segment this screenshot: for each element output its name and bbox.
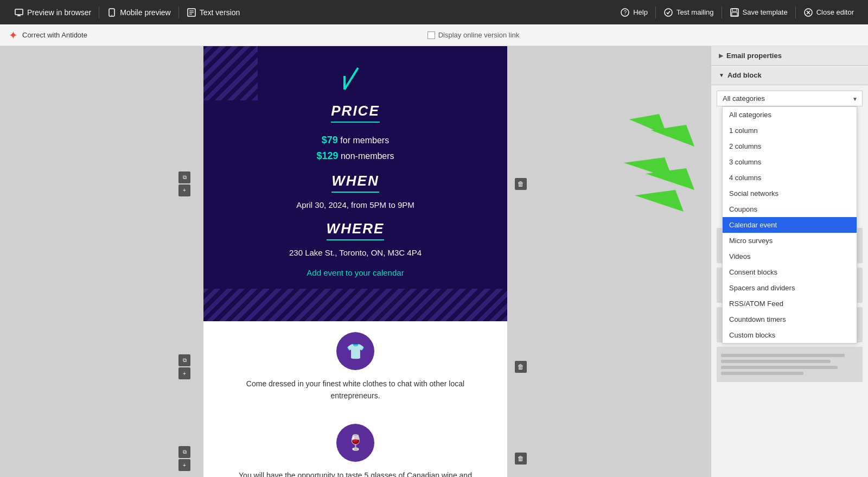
option-coupons[interactable]: Coupons <box>723 201 857 217</box>
save-icon <box>730 8 739 17</box>
preview-browser-button[interactable]: Preview in browser <box>7 0 99 24</box>
online-version-section: Display online version link <box>427 31 520 39</box>
save-template-label: Save template <box>743 8 788 16</box>
option-1-column[interactable]: 1 column <box>723 123 857 138</box>
right-panel: ▶ Email properties ▼ Add block All categ… <box>711 46 868 477</box>
svg-marker-19 <box>651 125 694 147</box>
wine-icon: 🍷 <box>336 424 374 462</box>
text-line-4 <box>721 372 803 375</box>
copy-button[interactable]: ⧉ <box>178 171 190 183</box>
email-properties-label: Email properties <box>726 52 782 60</box>
dropdown-selected-text: All categories <box>723 94 765 103</box>
price-member-line: $79 for members <box>225 135 486 146</box>
svg-marker-18 <box>629 114 667 136</box>
option-3-columns[interactable]: 3 columns <box>723 154 857 170</box>
copy-button-3[interactable]: ⧉ <box>178 446 190 458</box>
add-button[interactable]: + <box>178 185 190 196</box>
tshirt-icon: 👕 <box>336 332 374 370</box>
email-props-arrow-icon: ▶ <box>719 53 723 59</box>
delete-button-2[interactable]: 🗑 <box>515 361 527 373</box>
svg-marker-20 <box>624 157 673 179</box>
antidote-section[interactable]: ✦ Correct with Antidote <box>9 29 87 42</box>
wine-row-controls: ⧉ + <box>178 446 190 471</box>
price-member-amount: $79 <box>322 135 338 145</box>
price-section: PRICE $79 for members $129 non-members W… <box>203 46 507 321</box>
option-videos[interactable]: Videos <box>723 249 857 264</box>
delete-button-3[interactable]: 🗑 <box>515 453 527 465</box>
where-heading: WHERE <box>327 220 385 240</box>
antidote-icon: ✦ <box>9 29 18 42</box>
mobile-preview-button[interactable]: Mobile preview <box>99 0 178 24</box>
price-row-controls: ⧉ + <box>178 171 190 196</box>
when-block: WHEN April 30, 2024, from 5PM to 9PM <box>225 173 486 209</box>
option-micro-surveys[interactable]: Micro surveys <box>723 233 857 249</box>
add-calendar-link[interactable]: Add event to your calendar <box>307 268 404 277</box>
price-nonmember-text: non-members <box>341 151 394 161</box>
main-toolbar: Preview in browser Mobile preview Text v… <box>0 0 868 24</box>
text-line-3 <box>721 366 838 369</box>
toolbar-right: ? Help Test mailing Save template Close … <box>612 7 861 18</box>
arrows-overlay <box>624 103 700 214</box>
wine-section: 🍷 You will have the opportunity to taste… <box>203 413 507 477</box>
display-online-checkbox[interactable] <box>427 31 435 39</box>
close-editor-label: Close editor <box>816 8 854 16</box>
option-4-columns[interactable]: 4 columns <box>723 170 857 186</box>
option-spacers-dividers[interactable]: Spacers and dividers <box>723 280 857 296</box>
main-area: ⧉ + 🗑 PRICE $79 f <box>0 46 868 477</box>
test-mailing-label: Test mailing <box>676 8 714 16</box>
mobile-preview-label: Mobile preview <box>120 8 170 17</box>
text-icon <box>187 8 196 17</box>
email-canvas: ⧉ + 🗑 PRICE $79 f <box>203 46 507 477</box>
svg-rect-0 <box>15 9 23 15</box>
tshirt-row: ⧉ + 🗑 👕 Come dressed in your finest whit… <box>203 321 507 413</box>
where-block: WHERE 230 Lake St., Toronto, ON, M3C 4P4 <box>225 220 486 257</box>
tshirt-section: 👕 Come dressed in your finest white clot… <box>203 321 507 413</box>
text-line-1 <box>721 354 845 357</box>
option-social-networks[interactable]: Social networks <box>723 186 857 201</box>
copy-button-2[interactable]: ⧉ <box>178 354 190 366</box>
price-nonmember-line: $129 non-members <box>225 150 486 162</box>
dropdown-menu: All categories 1 column 2 columns 3 colu… <box>722 106 857 344</box>
test-mailing-button[interactable]: Test mailing <box>656 8 722 17</box>
close-icon <box>803 8 813 17</box>
dropdown-display[interactable]: All categories ▼ <box>717 91 863 106</box>
add-block-section: All categories ▼ All categories 1 column… <box>711 85 868 477</box>
svg-marker-21 <box>646 168 694 190</box>
option-consent-blocks[interactable]: Consent blocks <box>723 264 857 280</box>
save-template-button[interactable]: Save template <box>722 8 795 17</box>
price-member-text: for members <box>340 136 389 145</box>
add-button-3[interactable]: + <box>178 459 190 471</box>
option-countdown-timers[interactable]: Countdown timers <box>723 311 857 327</box>
antidote-label: Correct with Antidote <box>22 31 87 39</box>
text-block-thumb[interactable] <box>717 347 863 382</box>
option-calendar-event[interactable]: Calendar event <box>723 217 857 233</box>
monitor-icon <box>14 8 24 17</box>
svg-rect-14 <box>732 12 737 16</box>
text-version-button[interactable]: Text version <box>179 0 248 24</box>
diagonal-bg-bottom <box>203 289 507 321</box>
add-block-arrow-icon: ▼ <box>719 72 724 78</box>
svg-text:?: ? <box>624 10 627 16</box>
add-block-label: Add block <box>727 71 762 79</box>
option-all-categories[interactable]: All categories <box>723 107 857 123</box>
wine-text: You will have the opportunity to taste 5… <box>231 469 480 477</box>
canvas-wrapper: ⧉ + 🗑 PRICE $79 f <box>0 46 711 477</box>
option-rss-feed[interactable]: RSS/ATOM Feed <box>723 296 857 311</box>
where-address: 230 Lake St., Toronto, ON, M3C 4P4 <box>225 248 486 257</box>
dropdown-wrapper: All categories ▼ All categories 1 column… <box>717 91 863 106</box>
add-button-2[interactable]: + <box>178 367 190 379</box>
subbar: ✦ Correct with Antidote Display online v… <box>0 24 868 46</box>
delete-button[interactable]: 🗑 <box>515 178 527 190</box>
category-dropdown-container: All categories ▼ All categories 1 column… <box>711 85 868 110</box>
tshirt-text: Come dressed in your finest white clothe… <box>231 378 480 402</box>
option-custom-blocks[interactable]: Custom blocks <box>723 327 857 343</box>
wine-row: ⧉ + 🗑 🍷 You will have the opportunity to… <box>203 413 507 477</box>
arrow-icon <box>225 62 486 97</box>
email-properties-header[interactable]: ▶ Email properties <box>711 46 868 66</box>
diagonal-bg-top <box>203 46 258 100</box>
add-block-header[interactable]: ▼ Add block <box>711 66 868 85</box>
when-date: April 30, 2024, from 5PM to 9PM <box>225 200 486 209</box>
close-editor-button[interactable]: Close editor <box>796 8 861 17</box>
help-button[interactable]: ? Help <box>612 8 655 17</box>
option-2-columns[interactable]: 2 columns <box>723 138 857 154</box>
